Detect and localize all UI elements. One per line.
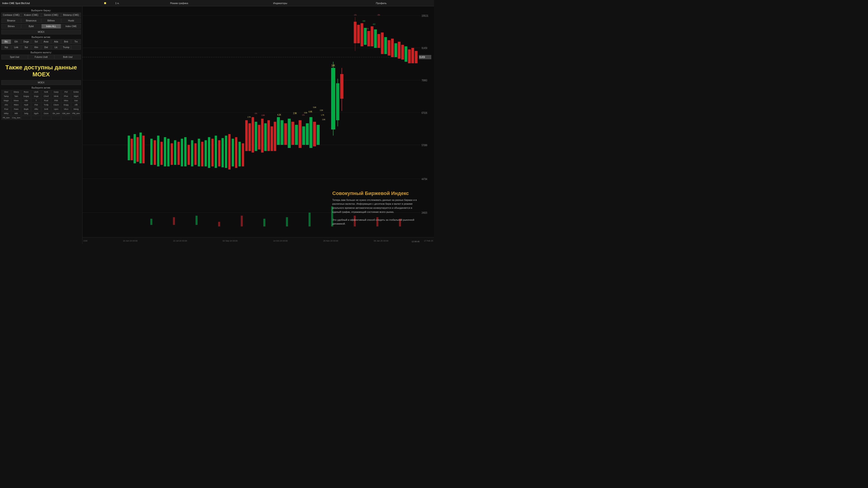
- moex-asset-Gazp[interactable]: Gazp: [51, 90, 61, 94]
- moex-asset-Sngs[interactable]: Sngs: [31, 94, 41, 98]
- moex-asset-Mtlrp[interactable]: Mtlrp: [1, 111, 11, 116]
- svg-text:432: 432: [373, 23, 375, 25]
- chart-mode-selector[interactable]: Режим графика: [129, 2, 230, 4]
- moex-asset-row-1: TatnpTatnSngspSngsChmfNlmkPhorMgnt: [1, 94, 81, 98]
- exchange-index-all[interactable]: Index ALL: [41, 24, 61, 29]
- exchange-kraken-cme[interactable]: Kraken (CME): [21, 13, 41, 18]
- moex-asset-Gmkn[interactable]: Gmkn: [71, 90, 81, 94]
- moex-asset-Afks[interactable]: Afks: [31, 107, 41, 111]
- asset-trx[interactable]: Trx: [71, 39, 81, 44]
- moex-asset-Magn[interactable]: Magn: [1, 98, 11, 103]
- moex-asset-Phor[interactable]: Phor: [61, 94, 71, 98]
- moex-asset-Mtss[interactable]: Mtss: [61, 98, 71, 103]
- asset-avax[interactable]: Avax: [41, 39, 51, 44]
- svg-text:4.4K: 4.4K: [309, 110, 312, 113]
- moex-asset-Lkoh[interactable]: Lkoh: [31, 90, 41, 94]
- moex-asset-Nlmk[interactable]: Nlmk: [51, 94, 61, 98]
- moex-asset-Selg[interactable]: Selg: [21, 111, 31, 116]
- exchange-binance[interactable]: Binance: [1, 18, 21, 23]
- moex-asset-Cny_tom[interactable]: Cny_tom: [11, 116, 21, 120]
- exchange-index-cme[interactable]: Index CME: [61, 24, 81, 29]
- svg-text:-1%: -1%: [366, 27, 369, 30]
- moex-asset-Pld_tom[interactable]: Pld_tom: [71, 111, 81, 116]
- moex-asset-Moex[interactable]: Moex: [11, 98, 21, 103]
- moex-asset-Vkco[interactable]: Vkco: [61, 107, 71, 111]
- moex-promo-text: Также доступны данные MOEX: [1, 64, 81, 78]
- moex-asset-Sberp[interactable]: Sberp: [11, 90, 21, 94]
- moex-asset-Tatnp[interactable]: Tatnp: [1, 94, 11, 98]
- moex-asset-Rosn[interactable]: Rosn: [21, 90, 31, 94]
- moex-asset-Flot[interactable]: Flot: [31, 103, 41, 107]
- moex-asset-Upro[interactable]: Upro: [51, 107, 61, 111]
- asset-link[interactable]: Link: [11, 45, 21, 50]
- svg-rect-115: [309, 213, 311, 226]
- moex-asset-Ozon[interactable]: Ozon: [41, 111, 51, 116]
- moex-asset-Irao[interactable]: Irao: [71, 98, 81, 103]
- moex-asset-Fees[interactable]: Fees: [11, 107, 21, 111]
- asset-xrp[interactable]: Xrp: [1, 45, 11, 50]
- moex-asset-Gld_tom[interactable]: Gld_tom: [61, 111, 71, 116]
- timeframe-selector[interactable]: 1 н.: [106, 2, 129, 4]
- svg-rect-64: [255, 122, 257, 151]
- currency-both-usd[interactable]: Both Usd: [55, 55, 81, 59]
- svg-rect-80: [150, 139, 153, 165]
- moex-asset-Vtbr[interactable]: Vtbr: [21, 98, 31, 103]
- moex-asset-Cbom[interactable]: Cbom: [51, 103, 61, 107]
- asset-eth[interactable]: Eth: [11, 39, 21, 44]
- svg-rect-96: [205, 140, 207, 166]
- moex-asset-Tatn[interactable]: Tatn: [11, 94, 21, 98]
- asset-trump[interactable]: Trump: [61, 45, 71, 50]
- exchange-bitfinex[interactable]: Bitfinex: [41, 18, 61, 23]
- moex-asset-Aflt[interactable]: Aflt: [71, 103, 81, 107]
- moex-asset-Enpg[interactable]: Enpg: [61, 103, 71, 107]
- moex-asset-Sgzh[interactable]: Sgzh: [31, 111, 41, 116]
- exchange-binanceus[interactable]: Binanceus: [21, 18, 41, 23]
- asset-ltc[interactable]: Ltc: [51, 45, 61, 50]
- exchange-bitstamp-cme[interactable]: Bitstamp (CME): [61, 13, 81, 18]
- moex-asset-Sngsp[interactable]: Sngsp: [21, 94, 31, 98]
- moex-asset-Sber[interactable]: Sber: [1, 90, 11, 94]
- exchange-huobi[interactable]: Huobi: [61, 18, 81, 23]
- asset-bnb[interactable]: Bnb: [61, 39, 71, 44]
- asset-sol[interactable]: Sol: [31, 39, 41, 44]
- moex-asset-Smlt[interactable]: Smlt: [41, 107, 51, 111]
- moex-asset-Rtkm[interactable]: Rtkm: [11, 103, 21, 107]
- moex-asset-Plzl[interactable]: Plzl: [61, 90, 71, 94]
- moex-asset-Slv_tom[interactable]: Slv_tom: [51, 111, 61, 116]
- moex-asset-Rual[interactable]: Rual: [41, 98, 51, 103]
- svg-text:5.6K: 5.6K: [313, 106, 316, 108]
- moex-asset-Mtlr[interactable]: Mtlr: [11, 111, 21, 116]
- exchange-gemini-cme[interactable]: Gemini (CME): [41, 13, 61, 18]
- moex-asset-Plt_tom[interactable]: Plt_tom: [1, 116, 11, 120]
- profile-selector[interactable]: Профиль: [331, 2, 432, 4]
- asset-doge[interactable]: Doge: [21, 39, 31, 44]
- svg-rect-85: [167, 139, 169, 166]
- moex-asset-Mgnt[interactable]: Mgnt: [71, 94, 81, 98]
- asset-sui[interactable]: Sui: [21, 45, 31, 50]
- currency-spot-usd[interactable]: Spot Usd: [1, 55, 28, 59]
- moex-asset-Pikk[interactable]: Pikk: [51, 98, 61, 103]
- moex-asset-T[interactable]: T: [31, 98, 41, 103]
- asset-xlm[interactable]: Xlm: [31, 45, 41, 50]
- moex-asset-Hydr[interactable]: Hydr: [21, 103, 31, 107]
- moex-asset-empty-2: [21, 116, 31, 120]
- asset-dot[interactable]: Dot: [41, 45, 51, 50]
- moex-asset-Trnfp[interactable]: Trnfp: [41, 103, 51, 107]
- exchange-moex[interactable]: MOEX: [1, 30, 81, 34]
- moex-asset-Msng[interactable]: Msng: [71, 107, 81, 111]
- moex-asset-Alrs[interactable]: Alrs: [1, 103, 11, 107]
- asset-btc[interactable]: Btc: [1, 39, 11, 44]
- exchange-bybit[interactable]: Bybit: [21, 24, 41, 29]
- indicators-selector[interactable]: Индикаторы: [230, 2, 331, 4]
- svg-rect-39: [415, 51, 417, 64]
- moex-asset-Bspb[interactable]: Bspb: [21, 107, 31, 111]
- moex-asset-Nvtk[interactable]: Nvtk: [41, 90, 51, 94]
- asset-ada[interactable]: Ada: [51, 39, 61, 44]
- moex-asset-Chmf[interactable]: Chmf: [41, 94, 51, 98]
- currency-futures-usdt[interactable]: Futures Usdt: [28, 55, 55, 59]
- svg-rect-22: [357, 25, 360, 43]
- exchange-bitmex[interactable]: Bitmex: [1, 24, 21, 29]
- moex-asset-Posi[interactable]: Posi: [1, 107, 11, 111]
- exchange-coinbase-cme[interactable]: Coinbase (CME): [1, 13, 21, 18]
- moex-exchange-button[interactable]: MOEX: [1, 80, 81, 85]
